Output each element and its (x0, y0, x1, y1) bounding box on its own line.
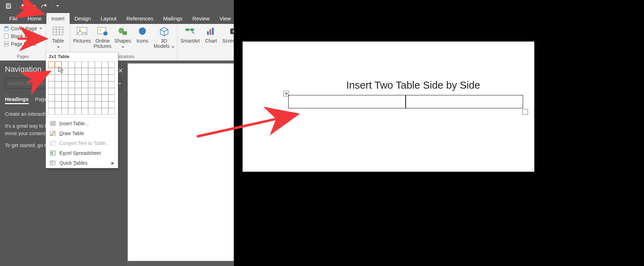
table-grid-cell[interactable] (88, 88, 95, 95)
tab-insert[interactable]: Insert (46, 13, 70, 24)
tab-references[interactable]: References (121, 13, 158, 24)
excel-spreadsheet-menu-item[interactable]: Excel Spreadsheet (46, 148, 118, 158)
table-grid-cell[interactable] (82, 95, 88, 101)
table-grid-cell[interactable] (68, 61, 75, 68)
table-grid-cell[interactable] (88, 61, 95, 68)
quick-tables-menu-item[interactable]: Quick Tables ▶ (46, 158, 118, 168)
table-grid-cell[interactable] (88, 81, 95, 88)
tab-review[interactable]: Review (187, 13, 214, 24)
table-size-grid[interactable] (46, 61, 118, 117)
table-grid-cell[interactable] (62, 101, 68, 108)
tab-mailings[interactable]: Mailings (158, 13, 187, 24)
table-grid-cell[interactable] (75, 108, 82, 115)
chart-button[interactable]: Chart (202, 25, 219, 44)
tab-home[interactable]: Home (22, 13, 46, 24)
table-grid-cell[interactable] (62, 95, 68, 101)
table-grid-cell[interactable] (95, 81, 102, 88)
table-grid-cell[interactable] (48, 108, 55, 115)
table-grid-cell[interactable] (102, 95, 108, 101)
table-grid-cell[interactable] (48, 75, 55, 81)
table-grid-cell[interactable] (102, 61, 108, 68)
table-grid-cell[interactable] (68, 75, 75, 81)
preview-cell-2[interactable] (406, 95, 523, 108)
tab-layout[interactable]: Layout (96, 13, 121, 24)
table-grid-cell[interactable] (62, 108, 68, 115)
page-break-button[interactable]: Page Break (3, 41, 43, 47)
table-grid-cell[interactable] (55, 108, 62, 115)
table-button[interactable]: Table (50, 25, 66, 49)
table-grid-cell[interactable] (55, 61, 62, 68)
table-grid-cell[interactable] (55, 75, 62, 81)
table-grid-cell[interactable] (108, 61, 115, 68)
table-grid-cell[interactable] (108, 101, 115, 108)
table-grid-cell[interactable] (108, 75, 115, 81)
table-grid-cell[interactable] (55, 88, 62, 95)
table-grid-cell[interactable] (88, 108, 95, 115)
table-grid-cell[interactable] (95, 61, 102, 68)
table-grid-cell[interactable] (108, 108, 115, 115)
table-grid-cell[interactable] (75, 68, 82, 75)
table-grid-cell[interactable] (68, 108, 75, 115)
icons-button[interactable]: Icons (134, 25, 151, 44)
table-grid-cell[interactable] (62, 81, 68, 88)
table-grid-cell[interactable] (102, 101, 108, 108)
table-grid-cell[interactable] (75, 101, 82, 108)
table-grid-cell[interactable] (68, 95, 75, 101)
table-grid-cell[interactable] (108, 88, 115, 95)
table-grid-cell[interactable] (82, 61, 88, 68)
table-grid-cell[interactable] (55, 101, 62, 108)
table-grid-cell[interactable] (55, 81, 62, 88)
table-grid-cell[interactable] (82, 68, 88, 75)
table-grid-cell[interactable] (48, 95, 55, 101)
undo-dropdown[interactable] (32, 2, 36, 10)
tab-design[interactable]: Design (70, 13, 96, 24)
cover-page-button[interactable]: Cover Page (3, 25, 43, 32)
tab-view[interactable]: View (214, 13, 236, 24)
table-grid-cell[interactable] (95, 88, 102, 95)
table-grid-cell[interactable] (75, 81, 82, 88)
table-grid-cell[interactable] (68, 101, 75, 108)
table-grid-cell[interactable] (68, 88, 75, 95)
3d-models-button[interactable]: 3D Models (154, 25, 174, 49)
table-grid-cell[interactable] (95, 101, 102, 108)
table-grid-cell[interactable] (108, 95, 115, 101)
table-grid-cell[interactable] (82, 75, 88, 81)
table-grid-cell[interactable] (102, 75, 108, 81)
table-grid-cell[interactable] (68, 81, 75, 88)
table-grid-cell[interactable] (88, 101, 95, 108)
smartart-button[interactable]: SmartArt (180, 25, 200, 44)
customize-qat-dropdown[interactable] (55, 2, 60, 10)
table-grid-cell[interactable] (82, 88, 88, 95)
table-grid-cell[interactable] (55, 68, 62, 75)
tab-file[interactable]: File (4, 13, 22, 24)
table-grid-cell[interactable] (55, 95, 62, 101)
shapes-button[interactable]: Shapes (114, 25, 131, 49)
redo-button[interactable] (39, 2, 49, 10)
table-grid-cell[interactable] (48, 88, 55, 95)
pictures-button[interactable]: Pictures (73, 25, 91, 44)
table-grid-cell[interactable] (75, 95, 82, 101)
table-grid-cell[interactable] (95, 75, 102, 81)
table-grid-cell[interactable] (88, 95, 95, 101)
table-grid-cell[interactable] (95, 95, 102, 101)
table-grid-cell[interactable] (102, 81, 108, 88)
table-grid-cell[interactable] (75, 61, 82, 68)
table-grid-cell[interactable] (48, 101, 55, 108)
table-grid-cell[interactable] (102, 88, 108, 95)
preview-cell-1[interactable] (288, 95, 406, 108)
table-grid-cell[interactable] (68, 68, 75, 75)
save-button[interactable] (4, 2, 13, 10)
preview-table[interactable] (288, 95, 523, 108)
table-grid-cell[interactable] (82, 81, 88, 88)
table-grid-cell[interactable] (108, 81, 115, 88)
table-grid-cell[interactable] (108, 68, 115, 75)
table-grid-cell[interactable] (82, 101, 88, 108)
insert-table-menu-item[interactable]: Insert Table... (46, 119, 118, 128)
table-grid-cell[interactable] (88, 68, 95, 75)
blank-page-button[interactable]: Blank Page (3, 33, 43, 39)
table-grid-cell[interactable] (75, 75, 82, 81)
table-grid-cell[interactable] (102, 68, 108, 75)
table-grid-cell[interactable] (88, 75, 95, 81)
table-grid-cell[interactable] (48, 81, 55, 88)
nav-tab-headings[interactable]: Headings (5, 95, 29, 104)
